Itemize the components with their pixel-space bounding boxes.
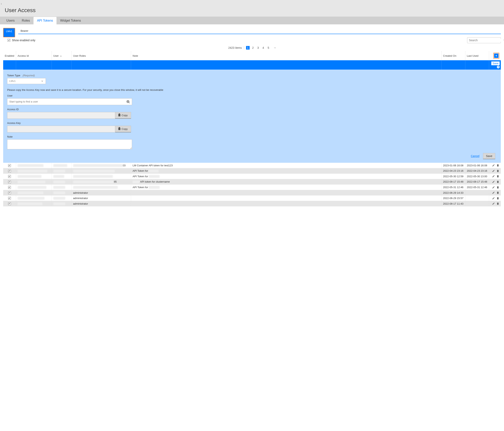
copy-access-id-button[interactable]: Copy (115, 112, 131, 119)
table-row: ✔API Token for 2022-04-23 23:162022-04-2… (3, 168, 501, 174)
cell-created-on: 2022-08-17 11:43 (441, 201, 465, 207)
search-input[interactable] (469, 39, 504, 42)
cell-user (52, 174, 71, 179)
tab-widget-tokens[interactable]: Widget Tokens (56, 17, 84, 24)
cell-access-id (16, 201, 52, 207)
pager: 2423 items 12345 ➔ (3, 46, 501, 50)
token-type-value: LMv1 (9, 80, 16, 82)
cell-created-on: 2022-06-29 15:57 (441, 196, 465, 201)
inline-close-button[interactable]: ✕ (497, 66, 500, 68)
access-key-label: Access Key (7, 122, 497, 125)
delete-icon[interactable] (496, 164, 499, 167)
edit-icon[interactable] (492, 164, 495, 167)
inline-save-button[interactable]: Save (491, 62, 500, 65)
page-2[interactable]: 2 (251, 46, 255, 50)
required-label: (Required) (23, 74, 35, 77)
cell-user (52, 168, 71, 174)
cell-last-used (465, 196, 489, 201)
page-3[interactable]: 3 (256, 46, 260, 50)
cell-user-roles: 85 (71, 179, 131, 185)
checkbox-icon: ✔ (8, 39, 10, 42)
page-5[interactable]: 5 (267, 46, 270, 50)
col-user-roles[interactable]: User Roles (71, 51, 131, 60)
cancel-button[interactable]: Cancel (471, 154, 479, 158)
edit-icon[interactable] (492, 202, 495, 205)
lookup-icon[interactable] (126, 100, 130, 103)
next-page-icon[interactable]: ➔ (274, 46, 276, 49)
table-row: ✔administrator2022-06-29 15:57 (3, 196, 501, 201)
cell-note: API Token for (131, 168, 441, 174)
edit-icon[interactable] (492, 186, 495, 189)
cell-last-used: 2022-05-30 13:00 (465, 174, 489, 179)
cell-access-id (16, 174, 52, 179)
col-note[interactable]: Note (131, 51, 441, 60)
copy-access-key-button[interactable]: Copy (115, 126, 131, 132)
collapse-handle[interactable]: ‹ (0, 1, 3, 6)
save-button[interactable]: Save (483, 153, 495, 159)
cell-user (52, 163, 71, 168)
col-last-used[interactable]: Last Used (465, 51, 489, 60)
col-enabled[interactable]: Enabled (3, 51, 16, 60)
user-lookup[interactable] (7, 98, 132, 105)
cell-user (52, 201, 71, 207)
cell-user-roles: administrator (71, 201, 131, 207)
page-4[interactable]: 4 (261, 46, 265, 50)
cell-user (52, 179, 71, 185)
add-token-button[interactable]: + (494, 54, 498, 58)
user-input[interactable] (9, 100, 126, 103)
col-user[interactable]: User▲ (52, 51, 71, 60)
subtab-highlight: LMv1 (3, 28, 15, 37)
delete-icon[interactable] (496, 175, 499, 178)
enabled-checkbox[interactable]: ✔ (8, 170, 11, 172)
svg-line-3 (129, 102, 130, 103)
enabled-checkbox[interactable]: ✔ (8, 197, 11, 200)
cell-last-used: 2022-08-17 15:48 (465, 179, 489, 185)
enabled-checkbox[interactable]: ✔ (8, 164, 11, 167)
user-label: User (7, 94, 497, 97)
edit-icon[interactable] (492, 170, 495, 172)
cell-created-on: 2022-05-30 12:59 (441, 174, 465, 179)
delete-icon[interactable] (496, 170, 499, 172)
enabled-checkbox[interactable]: ✔ (8, 181, 11, 183)
cell-last-used: 2023-01-06 16:08 (465, 163, 489, 168)
edit-icon[interactable] (492, 180, 495, 183)
enabled-checkbox[interactable]: ✔ (8, 202, 11, 205)
delete-icon[interactable] (496, 180, 499, 183)
cell-note: API Token for (131, 174, 441, 179)
search-box[interactable] (467, 37, 501, 43)
delete-icon[interactable] (496, 186, 499, 189)
cell-created-on: 2022-08-17 15:48 (441, 179, 465, 185)
col-created-on[interactable]: Created On (441, 51, 465, 60)
enabled-checkbox[interactable]: ✔ (8, 191, 11, 194)
enabled-checkbox[interactable]: ✔ (8, 175, 11, 178)
show-enabled-only[interactable]: ✔ Show enabled only (8, 39, 35, 42)
cell-note: API token for clustername (131, 179, 441, 185)
delete-icon[interactable] (496, 191, 499, 194)
tab-roles[interactable]: Roles (18, 17, 34, 24)
cell-user-roles: administrator (71, 196, 131, 201)
edit-icon[interactable] (492, 191, 495, 194)
col-access-id[interactable]: Access Id (16, 51, 52, 60)
token-type-select[interactable]: LMv1 (7, 78, 46, 84)
new-row-placeholder: Save ✕ (3, 60, 501, 70)
show-enabled-only-label: Show enabled only (12, 39, 35, 42)
cell-access-id (16, 163, 52, 168)
add-button-highlight: + (493, 53, 499, 59)
subtab-lmv1[interactable]: LMv1 (4, 28, 15, 37)
enabled-checkbox[interactable]: ✔ (8, 186, 11, 189)
tab-users[interactable]: Users (3, 17, 18, 24)
edit-icon[interactable] (492, 175, 495, 178)
col-actions: + (489, 51, 501, 60)
delete-icon[interactable] (496, 202, 499, 205)
subtab-bearer[interactable]: Bearer (18, 28, 31, 34)
edit-icon[interactable] (492, 197, 495, 200)
delete-icon[interactable] (496, 197, 499, 200)
cell-user (52, 185, 71, 190)
cell-note (131, 201, 441, 207)
page-1[interactable]: 1 (246, 46, 250, 50)
table-row: ✔03LM Container API token for test123202… (3, 163, 501, 168)
tab-api-tokens[interactable]: API Tokens (34, 17, 57, 24)
cell-user-roles (71, 185, 131, 190)
note-textarea[interactable] (7, 139, 132, 149)
chevron-down-icon (41, 80, 44, 82)
